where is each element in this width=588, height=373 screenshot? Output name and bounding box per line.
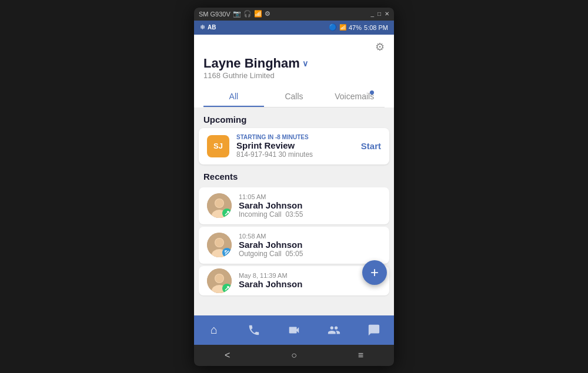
- camera-icon: 📷: [233, 10, 241, 18]
- svg-point-7: [215, 238, 223, 247]
- contact-avatar-0: [207, 193, 232, 218]
- meeting-name: Sprint Review: [236, 140, 354, 150]
- start-meeting-button[interactable]: Start: [361, 141, 381, 151]
- status-left: ❄ AB: [200, 23, 216, 31]
- battery-label: 47%: [349, 24, 362, 31]
- nav-messages[interactable]: [354, 324, 394, 337]
- call-time-0: 11:05 AM: [239, 193, 381, 200]
- bluetooth-icon: 🔵: [329, 23, 337, 31]
- settings-gear-icon[interactable]: ⚙: [375, 41, 385, 53]
- headphone-icon: 🎧: [243, 10, 252, 18]
- user-name-text: Layne Bingham: [203, 56, 300, 71]
- ab-icon: AB: [208, 24, 216, 31]
- contact-name-2: Sarah Johnson: [239, 279, 381, 289]
- title-bar-left: SM G930V 📷 🎧 📶 ⚙: [199, 10, 270, 18]
- time-label: 5:08 PM: [364, 24, 388, 31]
- close-button[interactable]: ✕: [385, 11, 389, 17]
- contact-avatar-2: [207, 268, 232, 293]
- sprint-review-avatar: SJ: [207, 135, 229, 157]
- svg-point-11: [215, 274, 223, 283]
- header-top: ⚙: [203, 41, 385, 53]
- snowflake-icon: ❄: [200, 23, 205, 31]
- maximize-button[interactable]: □: [377, 11, 381, 17]
- voicemail-badge: [370, 90, 374, 95]
- contact-info-1: 10:58 AM Sarah Johnson Outgoing Call 05:…: [239, 233, 381, 258]
- signal-icon: 📶: [339, 24, 346, 31]
- tab-voicemails[interactable]: Voicemails: [324, 87, 385, 107]
- wifi-icon: 📶: [254, 10, 262, 18]
- bottom-nav: ⌂: [194, 315, 394, 345]
- app-header: ⚙ Layne Bingham ∨ 1168 Guthrie Limited A…: [194, 35, 394, 107]
- contact-name-1: Sarah Johnson: [239, 240, 381, 250]
- nav-calls[interactable]: [234, 324, 274, 337]
- upcoming-section-title: Upcoming: [194, 107, 394, 128]
- home-button[interactable]: ○: [291, 350, 297, 361]
- recent-item-1[interactable]: 10:58 AM Sarah Johnson Outgoing Call 05:…: [199, 227, 389, 264]
- title-bar: SM G930V 📷 🎧 📶 ⚙ _ □ ✕: [194, 8, 394, 21]
- nav-contacts[interactable]: [314, 324, 354, 337]
- svg-point-3: [215, 199, 223, 207]
- menu-button[interactable]: ≡: [358, 350, 363, 361]
- contact-info-2: May 8, 11:39 AM Sarah Johnson: [239, 272, 381, 289]
- recent-item-0[interactable]: 11:05 AM Sarah Johnson Incoming Call 03:…: [199, 187, 389, 224]
- fab-add-button[interactable]: +: [362, 260, 387, 285]
- minimize-button[interactable]: _: [370, 11, 374, 17]
- main-body-container: Upcoming SJ STARTING IN -8 MINUTES Sprin…: [194, 107, 394, 315]
- tab-all[interactable]: All: [203, 87, 264, 107]
- contact-info-0: 11:05 AM Sarah Johnson Incoming Call 03:…: [239, 193, 381, 219]
- incoming-call-badge-0: [222, 209, 232, 218]
- call-detail-0: Incoming Call 03:55: [239, 210, 381, 219]
- user-name: Layne Bingham ∨: [203, 56, 385, 71]
- back-button[interactable]: <: [225, 350, 230, 361]
- call-detail-1: Outgoing Call 05:05: [239, 250, 381, 258]
- user-company: 1168 Guthrie Limited: [203, 71, 385, 80]
- status-right: 🔵 📶 47% 5:08 PM: [329, 23, 388, 31]
- tab-calls[interactable]: Calls: [264, 87, 325, 107]
- app-body: Upcoming SJ STARTING IN -8 MINUTES Sprin…: [194, 107, 394, 315]
- incoming-call-badge-2: [222, 284, 232, 293]
- tabs-bar: All Calls Voicemails: [203, 87, 385, 107]
- upcoming-card-info: STARTING IN -8 MINUTES Sprint Review 814…: [236, 134, 354, 159]
- starting-label: STARTING IN -8 MINUTES: [236, 134, 354, 140]
- meeting-details: 814-917-941 30 minutes: [236, 150, 354, 159]
- title-bar-right: _ □ ✕: [370, 11, 389, 17]
- call-time-1: 10:58 AM: [239, 233, 381, 240]
- phone-frame: SM G930V 📷 🎧 📶 ⚙ _ □ ✕ ❄ AB 🔵 📶 47% 5:08…: [194, 8, 394, 366]
- recents-section-title: Recents: [194, 164, 394, 185]
- nav-home[interactable]: ⌂: [194, 323, 234, 337]
- status-bar: ❄ AB 🔵 📶 47% 5:08 PM: [194, 21, 394, 35]
- contact-name-0: Sarah Johnson: [239, 200, 381, 210]
- recent-item-2[interactable]: May 8, 11:39 AM Sarah Johnson: [199, 266, 389, 295]
- user-name-chevron[interactable]: ∨: [302, 59, 308, 68]
- android-nav: < ○ ≡: [194, 345, 394, 366]
- call-time-2: May 8, 11:39 AM: [239, 272, 381, 279]
- device-name: SM G930V: [199, 11, 230, 18]
- outgoing-call-badge-1: [222, 248, 232, 257]
- contact-avatar-1: [207, 233, 232, 257]
- settings-icon: ⚙: [265, 10, 270, 18]
- upcoming-card[interactable]: SJ STARTING IN -8 MINUTES Sprint Review …: [199, 128, 389, 164]
- nav-video[interactable]: [274, 324, 314, 337]
- app-content: ⚙ Layne Bingham ∨ 1168 Guthrie Limited A…: [194, 35, 394, 345]
